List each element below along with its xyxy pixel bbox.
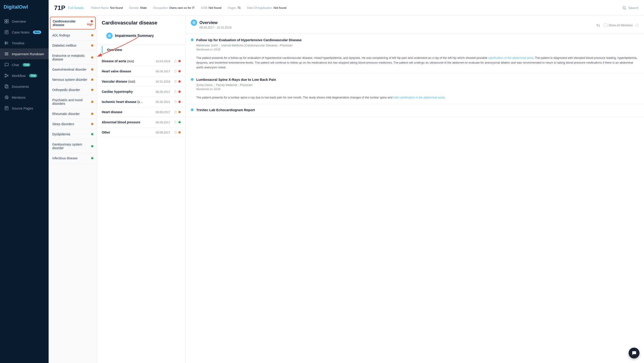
impairment-row-6[interactable]: Abnormal blood pressure 08.09.2017 🗒: [97, 117, 185, 127]
chat-bubble[interactable]: [628, 347, 640, 358]
mention-body-0: The patient presents for a follow-up for…: [191, 53, 638, 70]
workflow-badge: Trial: [29, 74, 37, 77]
impairment-icons-3: 🗒: [174, 90, 181, 94]
sidebar-item-overview-label: Overview: [12, 20, 26, 23]
dot-1: [178, 70, 181, 72]
sort-button[interactable]: [595, 22, 601, 29]
impairments-panel: Cardiovascular disease Impairments Summa…: [97, 16, 186, 363]
doc-icon-1: 🗒: [174, 70, 177, 73]
mention-date-1: Mentioned on 10/18: [191, 88, 638, 91]
condition-item-rheumatic[interactable]: Rheumatic disorder: [48, 109, 97, 119]
sidebar: DigitalOwl Overview Case Notes Beta Time…: [0, 0, 48, 363]
condition-dot-nervous: [91, 79, 94, 81]
dob-meta: DOB Not found: [201, 6, 222, 10]
show-all-mentions-label[interactable]: Show All Mentions: [604, 24, 633, 27]
pages-meta: Pages 71: [228, 6, 240, 10]
patient-id: 71P: [54, 4, 65, 12]
svg-line-21: [6, 76, 7, 77]
impairment-row-4[interactable]: Ischemic heart disease (s... 05.26.2021 …: [97, 97, 185, 107]
mention-card-0: Follow Up for Evaluation of Hypertensive…: [186, 34, 644, 74]
condition-item-dyslipidemia[interactable]: Dyslipidemia: [48, 129, 97, 139]
condition-name-dyslipidemia: Dyslipidemia: [52, 132, 70, 136]
impairment-row-5[interactable]: Heart disease 08.09.2017 🗒: [97, 107, 185, 117]
sidebar-item-documents[interactable]: Documents: [0, 81, 48, 92]
svg-point-17: [5, 74, 6, 75]
condition-dot-genitourinary: [91, 145, 94, 147]
search-area[interactable]: Search: [622, 6, 638, 11]
mention-title-0: Follow Up for Evaluation of Hypertensive…: [196, 38, 302, 42]
condition-name-gastrointestinal: Gastrointestinal disorder: [52, 68, 86, 71]
condition-item-orthopedic[interactable]: Orthopedic disorder: [48, 85, 97, 95]
chat-badge: Trial: [22, 63, 30, 67]
pages-label: Pages: [228, 6, 236, 10]
sidebar-item-timeline[interactable]: Timeline: [0, 38, 48, 49]
mention-meta-1: Sonia Deora | Family Medicine - Physicia…: [191, 83, 638, 87]
sidebar-item-chat[interactable]: Chat Trial: [0, 59, 48, 70]
impairment-date-0: 10.04.2018: [156, 60, 170, 63]
mention-link-0[interactable]: calcification of the abdominal aorta: [488, 56, 534, 60]
impairment-icons-1: 🗒: [174, 70, 181, 73]
impairment-row-1[interactable]: Heart valve disease 08.09.2017 🗒: [97, 66, 185, 77]
condition-item-genitourinary[interactable]: Genitourinary system disorder: [48, 139, 97, 153]
sidebar-item-case-notes-label: Case Notes: [12, 30, 30, 34]
mention-dot-1: [191, 78, 194, 81]
svg-point-18: [7, 75, 8, 76]
impairment-name-4: Ischemic heart disease (s...: [102, 100, 153, 104]
condition-item-cardiovascular[interactable]: Cardiovascular disease High: [50, 17, 96, 30]
impairment-icons-7: 🗒: [174, 131, 181, 134]
condition-item-endocrine[interactable]: Endocrine or metabolic disease: [48, 51, 97, 65]
impairment-name-6: Abnormal blood pressure: [102, 120, 153, 124]
overview-panel: Overview 08.28.2017 - 10.31.2018 Show Al…: [186, 16, 644, 363]
full-details-link[interactable]: Full Details: [68, 6, 84, 10]
mention-link-1[interactable]: mild calcification in the abdominal aort…: [393, 96, 444, 99]
section-title: Impairments Summary: [115, 34, 154, 38]
overview-tab[interactable]: Overview: [102, 46, 185, 53]
mention-body-1: The patient presents for a lumbar spine …: [191, 93, 638, 100]
doc-icon-3: 🗒: [174, 90, 177, 94]
svg-point-24: [6, 97, 7, 98]
patient-name-label: Patient Name: [91, 6, 109, 10]
condition-dot-endocrine: [91, 56, 94, 59]
condition-item-adl[interactable]: ADL findings: [48, 30, 97, 41]
sidebar-item-impairment-rundown[interactable]: Impairment Rundown: [0, 49, 48, 59]
impairment-date-7: 08.09.2017: [156, 131, 170, 134]
condition-item-infectious[interactable]: Infectious disease: [48, 153, 97, 163]
impairment-name-7: Other: [102, 131, 153, 134]
svg-rect-1: [7, 20, 8, 21]
sidebar-item-mentions[interactable]: Mentions: [0, 92, 48, 103]
content: Cardiovascular disease High ADL findings…: [48, 16, 644, 363]
condition-dot-diabetes: [91, 44, 94, 47]
sidebar-item-timeline-label: Timeline: [12, 41, 24, 45]
mention-header-0: Follow Up for Evaluation of Hypertensive…: [191, 38, 638, 42]
impairment-row-7[interactable]: Other 08.09.2017 🗒: [97, 127, 185, 138]
svg-rect-3: [7, 22, 8, 23]
sort-controls: Show All Mentions ⓘ: [595, 22, 638, 29]
timeline-icon: [4, 41, 9, 46]
grid-icon: [4, 19, 9, 24]
chat-icon: [4, 62, 9, 67]
impairment-icons-0: 🗒: [174, 59, 181, 63]
condition-dot-cardiovascular: [91, 20, 93, 23]
impairment-row-2[interactable]: Vascular disease (sus) 10.31.2018 🗒: [97, 77, 185, 87]
sidebar-item-workflow[interactable]: Workflow Trial: [0, 70, 48, 81]
sidebar-item-overview[interactable]: Overview: [0, 16, 48, 27]
panel-title: Cardiovascular disease: [102, 20, 181, 26]
condition-item-sleep[interactable]: Sleep disorders: [48, 119, 97, 129]
condition-item-psychiatric[interactable]: Psychiatric and mood disorders: [48, 95, 97, 109]
condition-name-psychiatric: Psychiatric and mood disorders: [52, 98, 91, 106]
condition-item-gastrointestinal[interactable]: Gastrointestinal disorder: [48, 65, 97, 75]
condition-item-diabetes[interactable]: Diabetes mellitus: [48, 41, 97, 51]
sidebar-item-source-pages-label: Source Pages: [12, 106, 33, 110]
condition-item-nervous[interactable]: Nervous system disorder: [48, 75, 97, 85]
condition-name-rheumatic: Rheumatic disorder: [52, 112, 80, 116]
sidebar-item-case-notes[interactable]: Case Notes Beta: [0, 27, 48, 38]
dot-0: [178, 60, 181, 62]
info-button[interactable]: ⓘ: [636, 23, 638, 27]
impairment-row-3[interactable]: Cardiac hypertrophy 08.28.2017 🗒: [97, 87, 185, 97]
condition-name-infectious: Infectious disease: [52, 156, 78, 160]
impairment-row-0[interactable]: Disease of aorta (sus) 10.04.2018 🗒: [97, 56, 185, 66]
gender-label: Gender: [129, 6, 139, 10]
show-all-checkbox[interactable]: [604, 24, 607, 27]
sidebar-item-source-pages[interactable]: Source Pages: [0, 103, 48, 114]
impairment-icons-4: 🗒: [174, 100, 181, 104]
